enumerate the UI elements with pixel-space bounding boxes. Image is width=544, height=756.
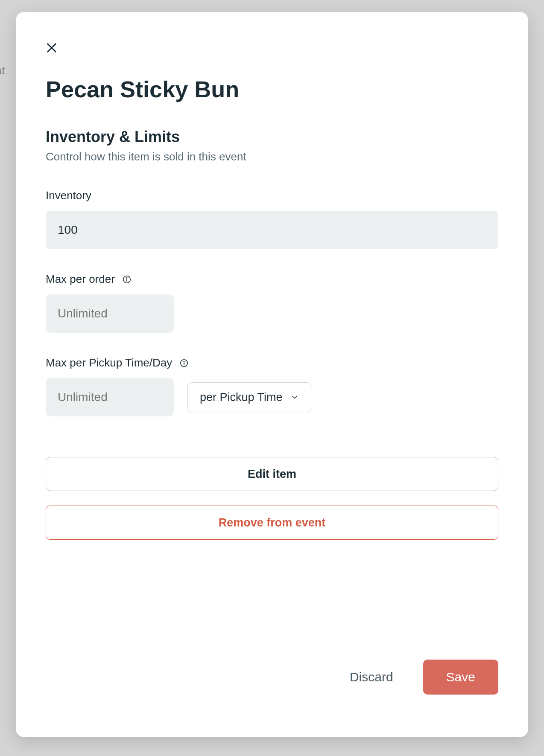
modal-title: Pecan Sticky Bun [46, 76, 498, 102]
modal-footer: Discard Save [46, 638, 498, 707]
modal-overlay: Pecan Sticky Bun Inventory & Limits Cont… [0, 0, 544, 756]
save-button[interactable]: Save [423, 660, 498, 695]
max-per-order-group: Max per order [46, 273, 498, 333]
discard-button[interactable]: Discard [341, 666, 402, 689]
close-icon [45, 41, 58, 55]
inventory-label: Inventory [46, 189, 91, 202]
action-buttons: Edit item Remove from event [46, 457, 498, 540]
section-heading: Inventory & Limits [46, 128, 498, 146]
pickup-period-value: per Pickup Time [200, 391, 283, 404]
max-per-order-label: Max per order [46, 273, 115, 286]
close-button[interactable] [43, 39, 60, 56]
remove-from-event-button[interactable]: Remove from event [46, 506, 498, 540]
item-settings-modal: Pecan Sticky Bun Inventory & Limits Cont… [16, 12, 528, 737]
info-icon[interactable] [122, 274, 132, 285]
info-icon[interactable] [179, 358, 189, 368]
pickup-period-select[interactable]: per Pickup Time [187, 382, 311, 412]
max-per-pickup-input[interactable] [46, 378, 174, 416]
chevron-down-icon [290, 393, 299, 401]
max-per-pickup-label: Max per Pickup Time/Day [46, 356, 172, 369]
inventory-group: Inventory [46, 189, 498, 249]
modal-content: Pecan Sticky Bun Inventory & Limits Cont… [46, 76, 498, 707]
svg-point-6 [184, 361, 184, 361]
max-per-order-input[interactable] [46, 294, 174, 333]
section-subheading: Control how this item is sold in this ev… [46, 150, 498, 163]
svg-point-3 [126, 277, 127, 278]
inventory-input[interactable] [46, 211, 498, 249]
max-per-pickup-group: Max per Pickup Time/Day per Pickup Time [46, 356, 498, 416]
edit-item-button[interactable]: Edit item [46, 457, 498, 491]
